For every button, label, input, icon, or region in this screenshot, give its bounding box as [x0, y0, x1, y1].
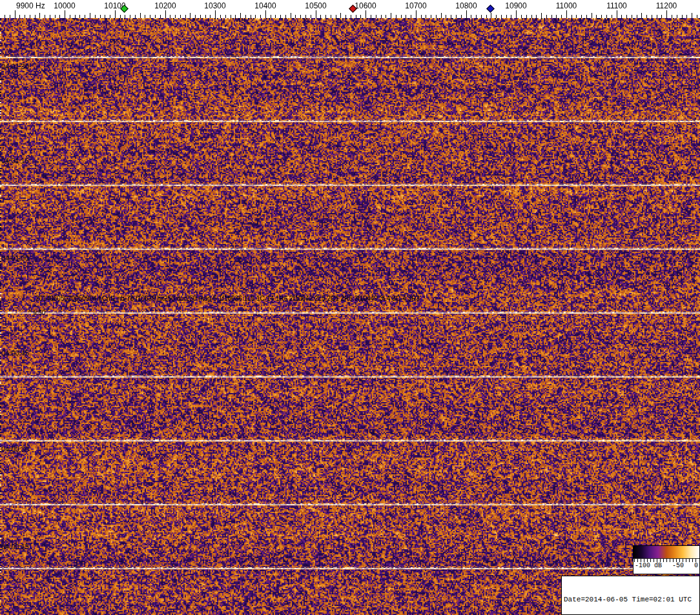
- freq-tick: [320, 15, 321, 18]
- freq-tick: [396, 15, 396, 18]
- freq-tick: [336, 15, 336, 18]
- freq-tick: [190, 13, 190, 18]
- freq-tick: [300, 15, 301, 18]
- freq-tick: [441, 13, 442, 18]
- freq-tick: [421, 15, 422, 18]
- freq-tick: [521, 15, 522, 18]
- freq-axis-label: 10500: [305, 1, 326, 10]
- freq-tick: [225, 15, 226, 18]
- freq-tick: [45, 15, 45, 18]
- freq-axis-label: 10200: [154, 1, 176, 10]
- freq-tick: [481, 15, 482, 18]
- freq-tick: [697, 15, 697, 18]
- freq-tick: [205, 15, 206, 18]
- freq-tick: [561, 15, 562, 18]
- freq-tick: [692, 13, 692, 18]
- freq-axis-label: 10700: [405, 1, 426, 10]
- freq-tick: [79, 15, 80, 18]
- freq-tick: [637, 15, 637, 18]
- freq-tick: [677, 15, 677, 18]
- freq-tick: [446, 15, 446, 18]
- freq-tick: [576, 15, 577, 18]
- freq-tick: [240, 13, 241, 18]
- freq-tick: [180, 15, 181, 18]
- freq-tick: [75, 15, 76, 18]
- spectrogram-waterfall[interactable]: [0, 18, 700, 615]
- freq-tick: [135, 15, 136, 18]
- freq-tick: [612, 15, 612, 18]
- freq-tick: [536, 15, 537, 18]
- freq-tick: [416, 10, 417, 18]
- freq-tick: [285, 15, 286, 18]
- freq-tick: [381, 15, 382, 18]
- freq-tick: [210, 15, 211, 18]
- info-date-time: Date=2014-06-05 Time=02:01 UTC: [564, 595, 697, 604]
- freq-tick: [25, 15, 25, 18]
- freq-tick: [245, 15, 246, 18]
- freq-axis-label: 10000: [54, 1, 75, 10]
- freq-tick: [59, 15, 60, 18]
- freq-tick: [331, 15, 331, 18]
- freq-tick: [632, 15, 632, 18]
- freq-tick: [280, 15, 281, 18]
- freq-tick: [140, 13, 141, 18]
- freq-tick: [586, 15, 587, 18]
- freq-tick: [581, 15, 582, 18]
- freq-axis-label: 10900: [505, 1, 526, 10]
- freq-tick: [265, 10, 266, 18]
- freq-tick: [601, 15, 602, 18]
- freq-tick: [195, 15, 196, 18]
- freq-tick: [436, 15, 437, 18]
- spectrogram-app: 9900 Hz100001010010200103001040010500106…: [0, 0, 700, 615]
- freq-axis-label: 11100: [606, 1, 627, 10]
- freq-tick: [231, 15, 231, 18]
- freq-tick: [666, 10, 667, 18]
- freq-tick: [411, 15, 411, 18]
- freq-tick: [5, 15, 5, 18]
- freq-tick: [305, 15, 306, 18]
- freq-tick: [606, 15, 607, 18]
- freq-tick: [646, 15, 647, 18]
- colorbar-gradient: [633, 546, 699, 559]
- freq-tick: [35, 15, 36, 18]
- freq-tick: [541, 13, 542, 18]
- freq-tick: [255, 15, 256, 18]
- freq-tick: [686, 15, 687, 18]
- freq-tick: [376, 15, 376, 18]
- freq-tick: [672, 15, 672, 18]
- freq-tick: [70, 15, 70, 18]
- freq-tick: [125, 15, 125, 18]
- freq-tick: [641, 13, 642, 18]
- freq-tick: [657, 15, 657, 18]
- freq-tick: [516, 10, 517, 18]
- freq-tick: [260, 15, 261, 18]
- freq-tick: [592, 13, 592, 18]
- freq-tick: [621, 15, 622, 18]
- freq-axis-label: 10400: [254, 1, 276, 10]
- freq-tick: [15, 10, 15, 18]
- freq-tick: [351, 15, 351, 18]
- freq-axis-label: 11200: [656, 1, 677, 10]
- freq-tick: [150, 15, 150, 18]
- freq-tick: [501, 15, 502, 18]
- freq-tick: [215, 10, 216, 18]
- freq-tick: [456, 15, 457, 18]
- colorbar-legend: -100 dB -50 0: [633, 545, 700, 574]
- freq-tick: [200, 15, 201, 18]
- freq-tick: [291, 13, 291, 18]
- freq-tick: [235, 15, 236, 18]
- freq-tick: [85, 15, 85, 18]
- freq-tick: [401, 15, 402, 18]
- freq-tick: [170, 15, 170, 18]
- freq-tick: [115, 10, 116, 18]
- freq-axis-label: 11000: [556, 1, 577, 10]
- freq-tick: [325, 15, 326, 18]
- freq-tick: [360, 15, 361, 18]
- freq-tick: [496, 15, 497, 18]
- marker-diamond-blue[interactable]: [486, 5, 495, 13]
- freq-tick: [546, 15, 547, 18]
- freq-tick: [175, 15, 176, 18]
- freq-tick: [39, 13, 40, 18]
- freq-tick: [110, 15, 110, 18]
- colorbar-label-min: -100 dB: [635, 562, 662, 569]
